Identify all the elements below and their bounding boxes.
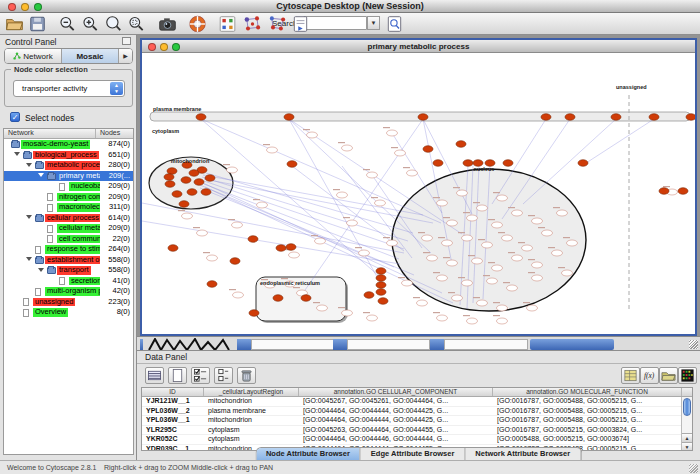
network-node-selected-color[interactable] <box>376 282 386 289</box>
network-node-selected-color[interactable] <box>301 295 311 302</box>
tree-row-nucleobase-c[interactable]: nucleobase-c209(0) <box>4 181 133 192</box>
tree-row-transport[interactable]: transport558(0) <box>4 265 133 276</box>
network-node-selected-color[interactable] <box>578 160 588 167</box>
tree-row-label[interactable]: cell communicat <box>57 235 100 244</box>
network-node-selected-color[interactable] <box>187 189 197 196</box>
new-network-from-selection-button[interactable] <box>243 15 262 33</box>
network-node-selected-color[interactable] <box>165 181 175 188</box>
select-attributes-button[interactable] <box>191 367 210 384</box>
network-node[interactable] <box>567 240 578 246</box>
tab-mosaic[interactable]: Mosaic <box>62 49 119 63</box>
network-node[interactable] <box>532 218 543 224</box>
table-row-YKR052C[interactable]: YKR052Ccytoplasm[GO:0044464, GO:0044446,… <box>142 435 692 445</box>
network-node-selected-color[interactable] <box>230 258 240 265</box>
network-node-selected-color[interactable] <box>287 161 297 168</box>
tree-row-label[interactable]: metabolic process <box>45 161 100 170</box>
expand-arrow-icon[interactable] <box>14 152 20 156</box>
network-node-selected-color[interactable] <box>686 114 695 121</box>
network-node[interactable] <box>457 190 468 196</box>
tree-row-label[interactable]: transport <box>57 266 91 275</box>
network-node[interactable] <box>452 295 463 301</box>
network-node[interactable] <box>402 280 413 286</box>
network-node[interactable] <box>557 210 568 216</box>
network-node-selected-color[interactable] <box>565 114 575 121</box>
network-node[interactable] <box>527 305 538 311</box>
tree-column-nodes[interactable]: Nodes <box>96 129 133 138</box>
network-node-selected-color[interactable] <box>181 177 191 184</box>
network-node-selected-color[interactable] <box>201 189 211 196</box>
network-node[interactable] <box>387 130 398 136</box>
network-node[interactable] <box>367 172 378 178</box>
attribute-matrix-button[interactable] <box>621 367 640 384</box>
network-node[interactable] <box>337 192 348 198</box>
zoom-fit-button[interactable] <box>127 15 146 33</box>
network-node[interactable] <box>375 200 386 206</box>
network-node[interactable] <box>233 292 244 298</box>
zoom-window-icon[interactable] <box>34 3 42 11</box>
network-node-selected-color[interactable] <box>167 168 177 175</box>
snapshot-camera-button[interactable] <box>158 15 177 33</box>
new-attribute-button[interactable] <box>168 367 187 384</box>
tab-network-attribute-browser[interactable]: Network Attribute Browser <box>465 448 581 460</box>
net-minimize-icon[interactable] <box>160 43 168 51</box>
network-node[interactable] <box>487 278 498 284</box>
network-node[interactable] <box>467 318 478 324</box>
network-window-titlebar[interactable]: primary metabolic process <box>142 40 695 53</box>
overview-network-sliver[interactable] <box>147 338 235 350</box>
tabs-overflow-button[interactable]: ▶ <box>119 49 132 63</box>
tree-row-label[interactable]: cellular process <box>45 214 100 223</box>
network-node[interactable] <box>437 315 448 321</box>
network-node[interactable] <box>427 255 438 261</box>
network-node[interactable] <box>532 262 543 268</box>
network-node-selected-color[interactable] <box>196 114 206 121</box>
network-node[interactable] <box>502 235 513 241</box>
tree-row-response-to-stimulu[interactable]: response to stimulu264(0) <box>4 244 133 255</box>
network-node-selected-color[interactable] <box>503 160 513 167</box>
scroll-up-icon[interactable]: ▲ <box>682 433 692 442</box>
network-node[interactable] <box>497 318 508 324</box>
tree-row-secretion[interactable]: secretion41(0) <box>4 276 133 287</box>
tree-row-label[interactable]: cellular metabol <box>57 224 100 233</box>
network-node[interactable] <box>367 315 378 321</box>
network-node[interactable] <box>497 305 508 311</box>
open-file-button[interactable] <box>5 15 24 33</box>
network-node-selected-color[interactable] <box>205 175 215 182</box>
search-input[interactable] <box>303 16 367 30</box>
tree-row-mosaic-demo-yeast[interactable]: mosaic-demo-yeast874(0) <box>4 139 133 150</box>
network-node-selected-color[interactable] <box>286 244 296 251</box>
tree-column-network[interactable]: Network <box>4 129 96 138</box>
table-row-YJR121W__1[interactable]: YJR121W__1mitochondrion[GO:0045267, GO:0… <box>142 397 692 407</box>
network-node[interactable] <box>447 260 458 266</box>
column-header-1[interactable]: _cellularLayoutRegion <box>204 388 299 396</box>
network-node[interactable] <box>467 215 478 221</box>
save-button[interactable] <box>28 15 47 33</box>
unselect-attributes-button[interactable] <box>214 367 233 384</box>
tree-row-overview[interactable]: Overview8(0) <box>4 307 133 318</box>
network-node[interactable] <box>197 230 208 236</box>
network-node-selected-color[interactable] <box>194 179 204 186</box>
attribute-heatmap-button[interactable] <box>678 367 697 384</box>
network-node-selected-color[interactable] <box>164 174 174 181</box>
network-node-selected-color[interactable] <box>249 310 259 317</box>
network-node[interactable] <box>497 195 508 201</box>
network-node[interactable] <box>462 235 473 241</box>
tab-node-attribute-browser[interactable]: Node Attribute Browser <box>256 448 361 460</box>
network-node-selected-color[interactable] <box>418 114 428 121</box>
import-attributes-button[interactable] <box>659 367 678 384</box>
background-window-sliver[interactable] <box>444 339 528 350</box>
resize-grip-icon[interactable] <box>689 340 698 349</box>
network-node[interactable] <box>289 252 300 258</box>
network-node[interactable] <box>477 205 488 211</box>
network-node[interactable] <box>182 213 193 219</box>
tree-row-metabolic-process[interactable]: metabolic process280(0) <box>4 160 133 171</box>
net-zoom-icon[interactable] <box>172 43 180 51</box>
network-window[interactable]: primary metabolic process plasma membran… <box>140 38 697 336</box>
column-header-3[interactable]: annotation.GO MOLECULAR_FUNCTION <box>493 388 682 396</box>
background-window-titlebar[interactable] <box>333 339 347 350</box>
network-node[interactable] <box>552 250 563 256</box>
network-node-selected-color[interactable] <box>376 275 386 282</box>
network-node[interactable] <box>482 242 493 248</box>
expand-arrow-icon[interactable] <box>26 257 32 261</box>
search-dropdown-button[interactable]: ▼ <box>367 16 380 30</box>
tree-row-label[interactable]: Overview <box>33 308 68 317</box>
